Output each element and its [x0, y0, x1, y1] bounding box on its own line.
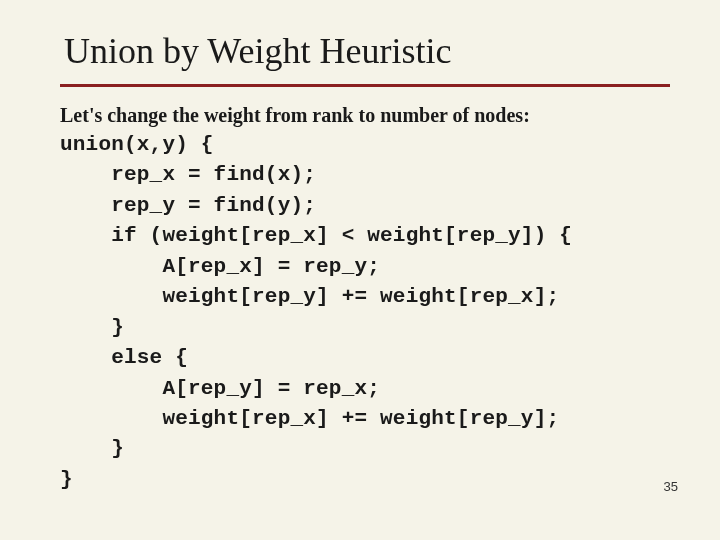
code-block: union(x,y) { rep_x = find(x); rep_y = fi…	[60, 130, 670, 495]
code-line: }	[60, 437, 124, 460]
code-line: }	[60, 468, 73, 491]
slide-title: Union by Weight Heuristic	[64, 30, 670, 72]
title-divider	[60, 84, 670, 87]
page-number: 35	[664, 479, 678, 494]
slide-content: Let's change the weight from rank to num…	[60, 101, 670, 495]
intro-text: Let's change the weight from rank to num…	[60, 101, 670, 130]
code-line: rep_y = find(y);	[60, 194, 316, 217]
code-line: union(x,y) {	[60, 133, 214, 156]
code-line: weight[rep_y] += weight[rep_x];	[60, 285, 559, 308]
code-line: }	[60, 316, 124, 339]
code-line: else {	[60, 346, 188, 369]
code-line: A[rep_x] = rep_y;	[60, 255, 380, 278]
slide: Union by Weight Heuristic Let's change t…	[0, 0, 720, 540]
code-line: if (weight[rep_x] < weight[rep_y]) {	[60, 224, 572, 247]
code-line: rep_x = find(x);	[60, 163, 316, 186]
code-line: weight[rep_x] += weight[rep_y];	[60, 407, 559, 430]
code-line: A[rep_y] = rep_x;	[60, 377, 380, 400]
